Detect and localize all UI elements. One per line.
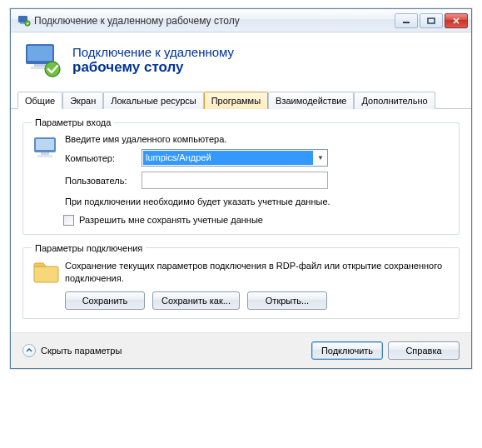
svg-rect-3 bbox=[403, 22, 410, 23]
tab-local-resources[interactable]: Локальные ресурсы bbox=[103, 92, 203, 109]
svg-point-9 bbox=[45, 62, 60, 77]
titlebar: Подключение к удаленному рабочему столу bbox=[11, 9, 471, 32]
svg-point-2 bbox=[25, 20, 30, 25]
rdp-icon bbox=[24, 41, 62, 79]
banner-text: Подключение к удаленному рабочему столу bbox=[72, 45, 234, 76]
chevron-down-icon[interactable]: ▼ bbox=[314, 154, 327, 162]
computer-icon bbox=[32, 134, 65, 226]
folder-icon bbox=[32, 260, 65, 310]
hide-options-label: Скрыть параметры bbox=[41, 346, 122, 356]
help-button[interactable]: Справка bbox=[388, 341, 460, 360]
svg-rect-11 bbox=[36, 139, 54, 150]
save-button[interactable]: Сохранить bbox=[65, 291, 145, 310]
login-hint: Введите имя удаленного компьютера. bbox=[65, 134, 450, 144]
window-title: Подключение к удаленному рабочему столу bbox=[34, 15, 393, 27]
save-credentials-label: Разрешить мне сохранять учетные данные bbox=[79, 215, 263, 225]
maximize-button[interactable] bbox=[420, 13, 443, 28]
rdp-dialog: Подключение к удаленному рабочему столу … bbox=[10, 8, 472, 369]
connection-legend: Параметры подключения bbox=[32, 243, 146, 253]
hide-options-control[interactable]: Скрыть параметры bbox=[22, 344, 311, 357]
username-field[interactable] bbox=[142, 172, 328, 189]
save-as-button[interactable]: Сохранить как... bbox=[152, 291, 240, 310]
tab-general[interactable]: Общие bbox=[17, 92, 62, 109]
tab-programs[interactable]: Программы bbox=[204, 92, 268, 109]
banner-line1: Подключение к удаленному bbox=[72, 45, 234, 59]
computer-label: Компьютер: bbox=[65, 153, 142, 163]
svg-rect-13 bbox=[37, 155, 52, 157]
chevron-up-icon bbox=[22, 344, 36, 357]
connection-desc: Сохранение текущих параметров подключени… bbox=[65, 260, 450, 285]
app-icon bbox=[17, 14, 31, 27]
save-credentials-checkbox[interactable] bbox=[63, 215, 74, 226]
connection-group: Параметры подключения Сохранение текущих… bbox=[22, 243, 460, 319]
tab-strip: Общие Экран Локальные ресурсы Программы … bbox=[11, 91, 471, 109]
credentials-note: При подключении необходимо будет указать… bbox=[65, 196, 450, 208]
svg-rect-12 bbox=[41, 152, 49, 155]
header-banner: Подключение к удаленному рабочему столу bbox=[11, 32, 471, 91]
dialog-footer: Скрыть параметры Подключить Справка bbox=[11, 332, 471, 368]
user-label: Пользователь: bbox=[65, 176, 142, 186]
open-button[interactable]: Открыть... bbox=[247, 291, 327, 310]
login-group: Параметры входа Введите имя удаленного к… bbox=[22, 117, 460, 235]
svg-rect-7 bbox=[34, 64, 46, 67]
close-button[interactable] bbox=[445, 13, 468, 28]
connect-button[interactable]: Подключить bbox=[311, 341, 383, 360]
tab-display[interactable]: Экран bbox=[62, 92, 103, 109]
svg-rect-6 bbox=[27, 46, 52, 61]
computer-combobox[interactable]: lumpics/Андрей ▼ bbox=[142, 149, 328, 167]
computer-value: lumpics/Андрей bbox=[143, 151, 313, 165]
minimize-button[interactable] bbox=[395, 13, 418, 28]
svg-rect-4 bbox=[428, 18, 435, 23]
tab-experience[interactable]: Взаимодействие bbox=[268, 92, 354, 109]
login-legend: Параметры входа bbox=[32, 117, 114, 127]
tab-advanced[interactable]: Дополнительно bbox=[354, 92, 435, 109]
banner-line2: рабочему столу bbox=[72, 59, 234, 76]
tab-panel-general: Параметры входа Введите имя удаленного к… bbox=[11, 109, 471, 332]
